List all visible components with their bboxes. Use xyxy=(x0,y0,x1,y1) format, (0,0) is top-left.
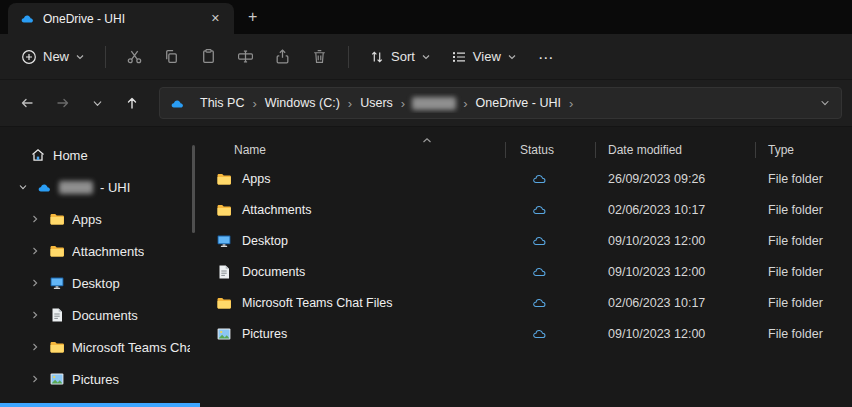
breadcrumb-separator: › xyxy=(400,96,406,111)
file-name: Attachments xyxy=(242,203,311,217)
onedrive-cloud-icon xyxy=(37,180,52,195)
sidebar-scrollbar-thumb[interactable] xyxy=(192,145,195,233)
chevron-right-icon[interactable] xyxy=(28,309,42,321)
sidebar-item-label: - UHI xyxy=(100,180,130,195)
file-status-cell xyxy=(506,264,596,279)
sidebar-item-microsoft-teams-chat-fil[interactable]: Microsoft Teams Chat Fil xyxy=(4,331,196,363)
file-name-cell[interactable]: Microsoft Teams Chat Files xyxy=(200,295,506,311)
chevron-right-icon[interactable] xyxy=(28,373,42,385)
chevron-right-icon[interactable] xyxy=(28,213,42,225)
share-button[interactable] xyxy=(265,42,300,71)
column-header-label: Date modified xyxy=(608,143,682,157)
file-date-modified: 09/10/2023 12:00 xyxy=(596,327,756,341)
file-date-modified: 26/09/2023 09:26 xyxy=(596,172,756,186)
navigation-pane: Home - UHI AppsAttachmentsDesktopDocumen… xyxy=(0,127,200,407)
plus-circle-icon xyxy=(21,49,37,65)
sidebar-horizontal-scrollbar[interactable] xyxy=(0,403,200,407)
chevron-right-icon[interactable] xyxy=(28,245,42,257)
column-header-status[interactable]: Status xyxy=(506,137,596,163)
redacted-username xyxy=(412,97,456,110)
file-row-desktop[interactable]: Desktop09/10/2023 12:00File folder xyxy=(200,225,852,256)
view-button[interactable]: View xyxy=(442,43,526,71)
file-name: Apps xyxy=(242,172,271,186)
file-name-cell[interactable]: Pictures xyxy=(200,326,506,342)
file-rows: Apps26/09/2023 09:26File folderAttachmen… xyxy=(200,163,852,349)
copy-button[interactable] xyxy=(154,42,189,71)
sidebar-item-onedrive-root[interactable]: - UHI xyxy=(4,171,196,203)
address-bar[interactable]: This PC›Windows (C:)›Users››OneDrive - U… xyxy=(159,87,842,119)
breadcrumb-item-onedrive-uhi[interactable]: OneDrive - UHI xyxy=(469,93,568,113)
forward-button[interactable] xyxy=(46,89,80,117)
file-type: File folder xyxy=(756,203,852,217)
command-bar: New Sort xyxy=(0,34,852,80)
file-date-modified: 02/06/2023 10:17 xyxy=(596,203,756,217)
cut-button[interactable] xyxy=(117,42,152,71)
sidebar-item-desktop[interactable]: Desktop xyxy=(4,267,196,299)
file-name-cell[interactable]: Attachments xyxy=(200,202,506,218)
sidebar-item-home[interactable]: Home xyxy=(4,139,196,171)
sidebar-item-label: Home xyxy=(53,148,88,163)
sort-ascending-caret-icon xyxy=(422,133,432,147)
breadcrumb-item-users[interactable]: Users xyxy=(353,93,400,113)
column-header-date-modified[interactable]: Date modified xyxy=(596,137,756,163)
file-name-cell[interactable]: Apps xyxy=(200,171,506,187)
sidebar-item-apps[interactable]: Apps xyxy=(4,203,196,235)
chevron-right-icon[interactable] xyxy=(28,341,42,353)
paste-button[interactable] xyxy=(191,42,226,71)
recent-locations-button[interactable] xyxy=(82,91,113,116)
scissors-icon xyxy=(126,48,143,65)
sidebar-item-documents[interactable]: Documents xyxy=(4,299,196,331)
tab-close-button[interactable]: ✕ xyxy=(205,10,226,27)
document-icon xyxy=(49,307,65,323)
file-type: File folder xyxy=(756,265,852,279)
new-tab-button[interactable]: + xyxy=(234,8,271,26)
breadcrumb-separator: › xyxy=(462,96,468,111)
breadcrumb: This PC›Windows (C:)›Users››OneDrive - U… xyxy=(193,93,817,113)
see-more-button[interactable]: … xyxy=(528,43,565,71)
file-row-attachments[interactable]: Attachments02/06/2023 10:17File folder xyxy=(200,194,852,225)
file-row-apps[interactable]: Apps26/09/2023 09:26File folder xyxy=(200,163,852,194)
file-row-pictures[interactable]: Pictures09/10/2023 12:00File folder xyxy=(200,318,852,349)
chevron-down-icon xyxy=(507,52,517,62)
file-row-documents[interactable]: Documents09/10/2023 12:00File folder xyxy=(200,256,852,287)
home-icon xyxy=(30,147,46,163)
folder-icon xyxy=(216,171,232,187)
file-name-cell[interactable]: Documents xyxy=(200,264,506,280)
rename-button[interactable] xyxy=(228,42,263,71)
file-row-microsoft-teams-chat-files[interactable]: Microsoft Teams Chat Files02/06/2023 10:… xyxy=(200,287,852,318)
column-header-type[interactable]: Type xyxy=(756,137,852,163)
tab-bar: OneDrive - UHI ✕ + xyxy=(0,0,852,34)
column-header-label: Type xyxy=(768,143,794,157)
chevron-right-icon[interactable] xyxy=(28,277,42,289)
tab-onedrive-uhi[interactable]: OneDrive - UHI ✕ xyxy=(8,3,234,34)
column-header-name[interactable]: Name xyxy=(200,137,506,163)
file-status-cell xyxy=(506,171,596,186)
up-button[interactable] xyxy=(115,89,149,117)
toolbar-separator xyxy=(348,46,349,68)
sort-button[interactable]: Sort xyxy=(360,43,440,71)
sidebar-item-pictures[interactable]: Pictures xyxy=(4,363,196,395)
delete-button[interactable] xyxy=(302,42,337,71)
column-header-label: Name xyxy=(234,143,266,157)
breadcrumb-separator: › xyxy=(251,96,257,111)
cloud-status-icon xyxy=(532,264,547,279)
sidebar-item-label: Pictures xyxy=(72,372,119,387)
breadcrumb-item-windows-c[interactable]: Windows (C:) xyxy=(258,93,347,113)
new-button[interactable]: New xyxy=(12,43,94,71)
redacted-username xyxy=(59,181,93,194)
back-button[interactable] xyxy=(10,89,44,117)
chevron-down-icon[interactable] xyxy=(16,181,30,193)
view-list-icon xyxy=(451,49,467,65)
document-icon xyxy=(216,264,232,280)
file-name-cell[interactable]: Desktop xyxy=(200,233,506,249)
cloud-status-icon xyxy=(532,233,547,248)
sidebar-item-attachments[interactable]: Attachments xyxy=(4,235,196,267)
address-dropdown-chevron-icon[interactable] xyxy=(819,97,831,109)
rename-icon xyxy=(237,48,254,65)
file-type: File folder xyxy=(756,327,852,341)
chevron-down-icon xyxy=(421,52,431,62)
file-status-cell xyxy=(506,295,596,310)
new-button-label: New xyxy=(43,49,69,64)
column-headers: Name Status Date modified Type xyxy=(200,137,852,163)
breadcrumb-item-this-pc[interactable]: This PC xyxy=(193,93,251,113)
